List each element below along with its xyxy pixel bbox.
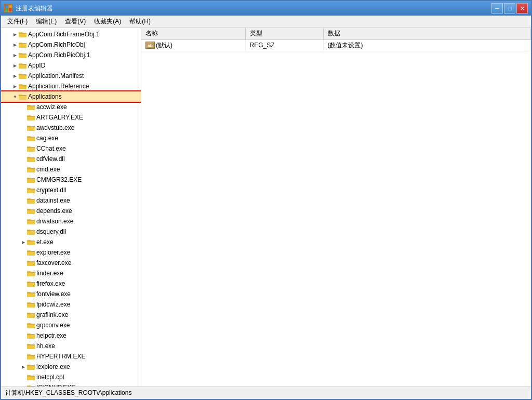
tree-item-awdvstub-exe[interactable]: awdvstub.exe [1, 123, 141, 133]
menu-item-查看(V)[interactable]: 查看(V) [61, 16, 90, 27]
expand-button[interactable]: ▶ [11, 31, 19, 38]
tree-item-grpconv-exe[interactable]: grpconv.exe [1, 320, 141, 330]
tree-item-label: hh.exe [36, 342, 55, 350]
tree-item-appcom-richpicobj[interactable]: ▶AppCom.RichPicObj [1, 39, 141, 50]
tree-item-faxcover-exe[interactable]: faxcover.exe [1, 258, 141, 268]
expand-button [20, 124, 27, 131]
tree-item-depends-exe[interactable]: depends.exe [1, 206, 141, 216]
svg-rect-30 [27, 116, 35, 117]
svg-rect-99 [27, 355, 35, 356]
menu-bar: 文件(F)编辑(E)查看(V)收藏夹(A)帮助(H) [1, 16, 531, 28]
tree-item-datainst-exe[interactable]: datainst.exe [1, 195, 141, 206]
file-icon [27, 342, 35, 350]
tree-item-label: fontview.exe [36, 290, 71, 298]
menu-item-帮助(H)[interactable]: 帮助(H) [125, 16, 155, 27]
svg-rect-63 [27, 230, 35, 231]
svg-rect-36 [27, 137, 35, 138]
svg-rect-54 [27, 199, 35, 200]
expand-button[interactable]: ▶ [11, 62, 19, 69]
close-button[interactable]: ✕ [516, 3, 528, 14]
menu-item-收藏夹(A)[interactable]: 收藏夹(A) [90, 16, 125, 27]
tree-item-accwiz-exe[interactable]: accwiz.exe [1, 102, 141, 112]
tree-item-explorer-exe[interactable]: explorer.exe [1, 247, 141, 258]
expand-button [20, 280, 27, 287]
svg-rect-84 [27, 303, 35, 304]
expand-button[interactable]: ▼ [11, 93, 19, 100]
tree-item-iexplore-exe[interactable]: ▶iexplore.exe [1, 362, 141, 372]
maximize-button[interactable]: □ [504, 3, 515, 14]
table-row[interactable]: ab(默认)REG_SZ(数值未设置) [141, 39, 531, 51]
tree-item-hypertrm-exe[interactable]: HYPERTRM.EXE [1, 351, 141, 362]
tree-item-cmd-exe[interactable]: cmd.exe [1, 164, 141, 175]
svg-rect-1 [9, 5, 11, 8]
svg-rect-45 [27, 168, 35, 169]
file-icon [27, 301, 35, 308]
svg-rect-105 [27, 376, 35, 377]
tree-item-hh-exe[interactable]: hh.exe [1, 341, 141, 351]
tree-item-application-manifest[interactable]: ▶Application.Manifest [1, 71, 141, 81]
tree-item-appcom-richpicobj1[interactable]: ▶AppCom.RichPicObj.1 [1, 50, 141, 60]
expand-button [20, 249, 27, 256]
minimize-button[interactable]: ─ [491, 3, 503, 14]
tree-item-appid[interactable]: ▶AppID [1, 60, 141, 71]
tree-item-cmmgr32-exe[interactable]: CMMGR32.EXE [1, 175, 141, 185]
svg-rect-33 [27, 126, 35, 127]
values-table: 名称 类型 数据 ab(默认)REG_SZ(数值未设置) [141, 28, 531, 51]
expand-button [20, 270, 27, 277]
tree-item-label: accwiz.exe [36, 103, 67, 111]
tree-item-graflink-exe[interactable]: graflink.exe [1, 310, 141, 320]
registry-tree[interactable]: ▶AppCom.RichFrameObj.1▶AppCom.RichPicObj… [1, 28, 141, 386]
tree-item-label: finder.exe [36, 270, 63, 277]
tree-item-cryptext-dll[interactable]: cryptext.dll [1, 185, 141, 195]
tree-item-isignup-exe[interactable]: ISIGNUP.EXE [1, 382, 141, 386]
tree-item-cchat-exe[interactable]: CChat.exe [1, 143, 141, 154]
tree-item-et-exe[interactable]: ▶et.exe [1, 237, 141, 247]
svg-rect-51 [27, 189, 35, 190]
file-icon [27, 207, 35, 215]
tree-item-dsquery-dll[interactable]: dsquery.dll [1, 226, 141, 237]
expand-button[interactable]: ▶ [11, 51, 19, 59]
svg-rect-93 [27, 334, 35, 335]
file-icon [27, 259, 35, 266]
expand-button [20, 155, 27, 163]
tree-item-inetcpl-cpl[interactable]: inetcpl.cpl [1, 372, 141, 382]
expand-button[interactable]: ▶ [11, 72, 19, 79]
window-title: 注册表编辑器 [16, 4, 53, 13]
tree-item-helpctr-exe[interactable]: helpctr.exe [1, 330, 141, 341]
svg-rect-57 [27, 209, 35, 210]
col-type: 类型 [245, 28, 323, 39]
menu-item-编辑(E)[interactable]: 编辑(E) [32, 16, 61, 27]
tree-item-finder-exe[interactable]: finder.exe [1, 268, 141, 278]
expand-button[interactable]: ▶ [11, 83, 19, 90]
expand-button[interactable]: ▶ [20, 238, 27, 246]
tree-item-appcom-richframeobj1[interactable]: ▶AppCom.RichFrameObj.1 [1, 29, 141, 39]
tree-item-label: explorer.exe [36, 249, 70, 256]
tree-item-cdfview-dll[interactable]: cdfview.dll [1, 154, 141, 164]
folder-icon [19, 83, 27, 90]
svg-rect-21 [19, 85, 26, 86]
file-icon [27, 145, 35, 152]
registry-values[interactable]: 名称 类型 数据 ab(默认)REG_SZ(数值未设置) [141, 28, 531, 386]
tree-item-cag-exe[interactable]: cag.exe [1, 133, 141, 143]
tree-item-artgalry-exe[interactable]: ARTGALRY.EXE [1, 112, 141, 123]
menu-item-文件(F)[interactable]: 文件(F) [3, 16, 32, 27]
tree-item-label: Application.Reference [28, 83, 89, 90]
tree-item-firefox-exe[interactable]: firefox.exe [1, 278, 141, 289]
svg-rect-96 [27, 344, 35, 345]
registry-editor-window: 注册表编辑器 ─ □ ✕ 文件(F)编辑(E)查看(V)收藏夹(A)帮助(H) … [0, 0, 532, 400]
file-icon [27, 155, 35, 163]
tree-item-fontview-exe[interactable]: fontview.exe [1, 289, 141, 299]
file-icon [27, 103, 35, 111]
status-text: 计算机\HKEY_CLASSES_ROOT\Applications [5, 389, 131, 397]
tree-item-applications[interactable]: ▼Applications [1, 91, 141, 102]
tree-item-drwatson-exe[interactable]: drwatson.exe [1, 216, 141, 226]
expand-button [20, 259, 27, 266]
tree-item-fpidcwiz-exe[interactable]: fpidcwiz.exe [1, 299, 141, 310]
file-icon [27, 114, 35, 121]
file-icon [27, 197, 35, 204]
expand-button[interactable]: ▶ [11, 41, 19, 48]
tree-item-application-reference[interactable]: ▶Application.Reference [1, 81, 141, 91]
folder-icon [19, 31, 27, 38]
expand-button[interactable]: ▶ [20, 363, 27, 370]
tree-item-label: cag.exe [36, 135, 58, 142]
